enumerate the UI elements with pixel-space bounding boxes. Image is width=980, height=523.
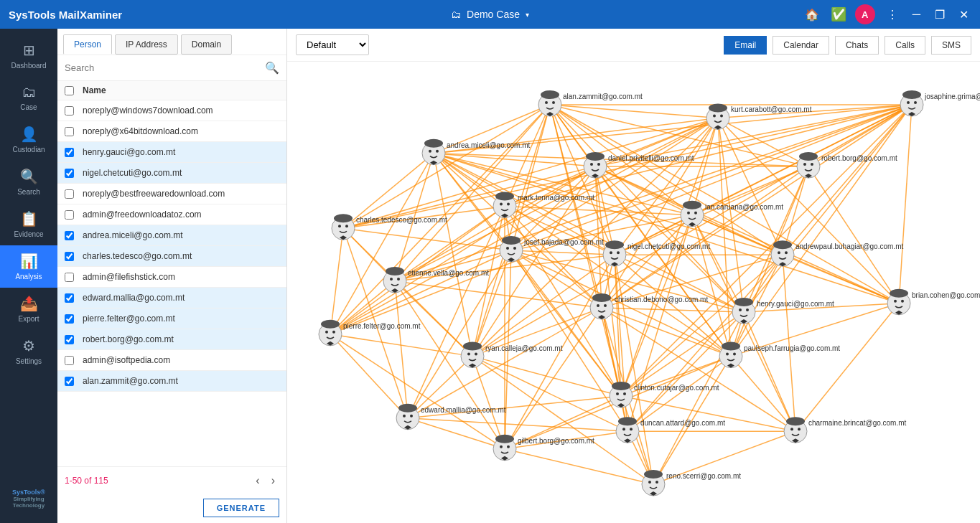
generate-button[interactable]: GENERATE bbox=[203, 499, 279, 517]
graph-node[interactable] bbox=[887, 289, 910, 315]
graph-node[interactable] bbox=[732, 298, 755, 324]
filter-calendar-button[interactable]: Calendar bbox=[773, 36, 829, 55]
sidebar-item-custodian[interactable]: 👤 Custodian bbox=[0, 118, 57, 161]
right-panel: Default Email Calendar Chats Calls SMS j… bbox=[287, 29, 980, 523]
graph-node[interactable] bbox=[493, 192, 516, 217]
svg-point-86 bbox=[630, 428, 633, 430]
home-button[interactable]: 🏠 bbox=[802, 6, 822, 23]
avatar[interactable]: A bbox=[855, 4, 875, 24]
sidebar-item-dashboard[interactable]: ⊞ Dashboard bbox=[0, 34, 57, 77]
next-page-button[interactable]: › bbox=[267, 473, 279, 489]
graph-node[interactable] bbox=[616, 417, 639, 443]
select-all-checkbox[interactable] bbox=[65, 86, 74, 95]
email-checkbox[interactable] bbox=[65, 189, 74, 199]
graph-node[interactable] bbox=[319, 320, 342, 346]
email-checkbox[interactable] bbox=[65, 273, 74, 282]
email-checkbox[interactable] bbox=[65, 335, 74, 344]
email-checkbox[interactable] bbox=[65, 377, 74, 386]
titlebar-actions: 🏠 ✅ A ⋮ ─ ❐ ✕ bbox=[802, 4, 971, 24]
graph-node[interactable] bbox=[422, 139, 445, 165]
graph-node[interactable] bbox=[681, 201, 704, 227]
email-checkbox[interactable] bbox=[65, 231, 74, 240]
graph-node[interactable] bbox=[610, 382, 633, 407]
graph-edge bbox=[330, 228, 343, 334]
graph-node[interactable] bbox=[538, 90, 561, 116]
sidebar-item-case[interactable]: 🗂 Case bbox=[0, 77, 57, 118]
graph-node[interactable] bbox=[493, 435, 516, 461]
list-item[interactable]: noreply@x64bitdownload.com bbox=[57, 121, 286, 142]
list-item[interactable]: admin@filefishstick.com bbox=[57, 267, 286, 288]
sidebar-item-export[interactable]: 📤 Export bbox=[0, 288, 57, 330]
graph-edge bbox=[550, 105, 718, 118]
tab-domain[interactable]: Domain bbox=[181, 34, 232, 55]
node-label: ian.caruana@go.com.mt bbox=[705, 203, 783, 211]
graph-node[interactable] bbox=[900, 90, 923, 116]
email-checkbox[interactable] bbox=[65, 314, 74, 324]
sidebar-item-evidence[interactable]: 📋 Evidence bbox=[0, 203, 57, 245]
prev-page-button[interactable]: ‹ bbox=[251, 473, 263, 489]
custodian-icon: 👤 bbox=[20, 126, 38, 143]
list-item[interactable]: charles.tedesco@go.com.mt bbox=[57, 246, 286, 267]
graph-node[interactable] bbox=[500, 236, 523, 262]
tab-ip-address[interactable]: IP Address bbox=[115, 34, 178, 55]
svg-point-61 bbox=[894, 300, 897, 303]
sidebar-item-search[interactable]: 🔍 Search bbox=[0, 161, 57, 203]
graph-node[interactable] bbox=[584, 152, 607, 178]
graph-node[interactable] bbox=[603, 240, 626, 266]
minimize-button[interactable]: ─ bbox=[910, 6, 923, 22]
graph-node[interactable] bbox=[461, 342, 484, 368]
filter-chats-button[interactable]: Chats bbox=[835, 36, 879, 55]
graph-node[interactable] bbox=[706, 103, 729, 129]
sidebar-item-settings[interactable]: ⚙ Settings bbox=[0, 330, 57, 372]
graph-node[interactable] bbox=[784, 417, 807, 443]
graph-node[interactable] bbox=[590, 293, 613, 319]
email-checkbox[interactable] bbox=[65, 148, 74, 157]
case-dropdown-arrow[interactable]: ▾ bbox=[526, 11, 529, 19]
email-checkbox[interactable] bbox=[65, 127, 74, 136]
graph-node[interactable] bbox=[797, 152, 820, 178]
graph-edge bbox=[783, 255, 899, 303]
default-select[interactable]: Default bbox=[296, 34, 369, 55]
list-item[interactable]: admin@isoftpedia.com bbox=[57, 350, 286, 371]
graph-node[interactable] bbox=[396, 404, 419, 430]
list-item[interactable]: noreply@bestfreewaredownload.com bbox=[57, 184, 286, 204]
list-item[interactable]: alan.zammit@go.com.mt bbox=[57, 371, 286, 392]
graph-node[interactable] bbox=[771, 240, 794, 266]
tab-person[interactable]: Person bbox=[63, 34, 112, 55]
sidebar-item-analysis[interactable]: 📊 Analysis bbox=[0, 245, 57, 288]
email-address: henry.gauci@go.com.mt bbox=[83, 147, 175, 157]
svg-point-41 bbox=[778, 251, 780, 254]
graph-edge bbox=[472, 357, 505, 449]
search-input[interactable] bbox=[65, 62, 265, 73]
list-item[interactable]: admin@freedownloadatoz.com bbox=[57, 204, 286, 225]
list-item[interactable]: nigel.chetcuti@go.com.mt bbox=[57, 163, 286, 184]
email-checkbox[interactable] bbox=[65, 169, 74, 178]
email-checkbox[interactable] bbox=[65, 252, 74, 261]
list-item[interactable]: robert.borg@go.com.mt bbox=[57, 329, 286, 350]
graph-node[interactable] bbox=[383, 267, 406, 293]
graph-node[interactable] bbox=[332, 214, 355, 240]
list-item[interactable]: edward.mallia@go.com.mt bbox=[57, 288, 286, 308]
list-item[interactable]: pierre.felter@go.com.mt bbox=[57, 308, 286, 329]
svg-point-87 bbox=[618, 417, 637, 425]
list-item[interactable]: henry.gauci@go.com.mt bbox=[57, 142, 286, 163]
graph-edge bbox=[731, 166, 808, 357]
svg-point-10 bbox=[720, 114, 723, 117]
svg-point-77 bbox=[616, 392, 619, 395]
list-item[interactable]: andrea.miceli@go.com.mt bbox=[57, 225, 286, 246]
email-checkbox[interactable] bbox=[65, 210, 74, 220]
graph-node[interactable] bbox=[642, 470, 665, 496]
graph-node[interactable] bbox=[719, 342, 742, 368]
email-checkbox[interactable] bbox=[65, 356, 74, 365]
list-item[interactable]: noreply@windows7download.com bbox=[57, 100, 286, 121]
filter-calls-button[interactable]: Calls bbox=[885, 36, 925, 55]
close-button[interactable]: ✕ bbox=[956, 6, 971, 23]
email-checkbox[interactable] bbox=[65, 293, 74, 303]
menu-button[interactable]: ⋮ bbox=[884, 6, 901, 23]
restore-button[interactable]: ❐ bbox=[932, 6, 948, 23]
filter-sms-button[interactable]: SMS bbox=[931, 36, 971, 55]
node-label: robert.borg@go.com.mt bbox=[821, 154, 897, 162]
email-checkbox[interactable] bbox=[65, 106, 74, 116]
filter-email-button[interactable]: Email bbox=[724, 36, 767, 55]
graph-edge bbox=[627, 255, 783, 431]
